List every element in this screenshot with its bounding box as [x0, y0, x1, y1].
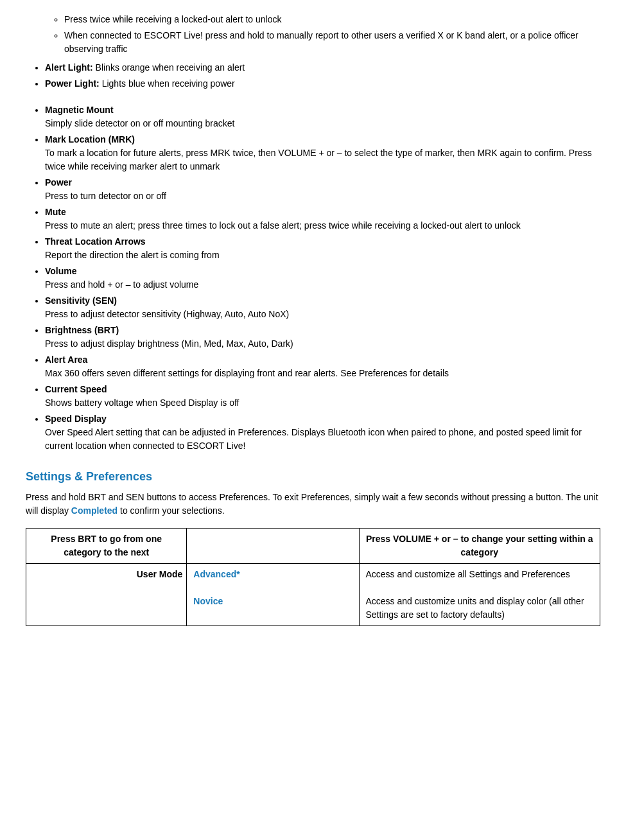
power-text: Press to turn detector on or off	[45, 191, 166, 201]
feature-current-speed: Current Speed Shows battery voltage when…	[45, 383, 600, 410]
power-light-item: Power Light: Lights blue when receiving …	[45, 77, 600, 91]
volume-label: Volume	[45, 266, 77, 276]
current-speed-text: Shows battery voltage when Speed Display…	[45, 398, 239, 408]
alert-light-text: Blinks orange when receiving an alert	[93, 62, 245, 73]
mark-location-text: To mark a location for future alerts, pr…	[45, 148, 592, 171]
feature-power: Power Press to turn detector on or off	[45, 176, 600, 203]
alert-area-label: Alert Area	[45, 354, 87, 365]
brightness-label: Brightness (BRT)	[45, 325, 119, 335]
settings-title: Settings & Preferences	[26, 468, 600, 486]
table-header-left: Press BRT to go from one category to the…	[26, 529, 187, 564]
power-label: Power	[45, 177, 72, 188]
alert-area-text: Max 360 offers seven different settings …	[45, 368, 449, 378]
brightness-text: Press to adjust display brightness (Min,…	[45, 338, 293, 349]
feature-bullet-list: Magnetic Mount Simply slide detector on …	[26, 103, 600, 453]
table-header-right: Press VOLUME + or – to change your setti…	[359, 529, 600, 564]
speed-display-text: Over Speed Alert setting that can be adj…	[45, 427, 582, 451]
user-mode-descriptions: Access and customize all Settings and Pr…	[359, 564, 600, 626]
sensitivity-label: Sensitivity (SEN)	[45, 295, 117, 306]
settings-preferences-section: Settings & Preferences Press and hold BR…	[26, 468, 600, 626]
feature-brightness: Brightness (BRT) Press to adjust display…	[45, 324, 600, 351]
top-bullet-list: Alert Light: Blinks orange when receivin…	[26, 61, 600, 91]
threat-arrows-label: Threat Location Arrows	[45, 236, 146, 247]
feature-magnetic-mount: Magnetic Mount Simply slide detector on …	[45, 103, 600, 130]
table-row-user-mode: User Mode Advanced* Novice Access and cu…	[26, 564, 600, 626]
sub-bullet-item-1: Press twice while receiving a locked-out…	[64, 13, 600, 26]
sensitivity-text: Press to adjust detector sensitivity (Hi…	[45, 309, 289, 319]
power-light-text: Lights blue when receiving power	[100, 78, 235, 89]
feature-sensitivity: Sensitivity (SEN) Press to adjust detect…	[45, 294, 600, 321]
feature-mute: Mute Press to mute an alert; press three…	[45, 206, 600, 232]
novice-description: Access and customize units and display c…	[366, 595, 594, 622]
magnetic-mount-text: Simply slide detector on or off mounting…	[45, 118, 234, 128]
table-header-mid	[187, 529, 359, 564]
user-mode-label: User Mode	[26, 564, 187, 626]
volume-text: Press and hold + or – to adjust volume	[45, 279, 198, 290]
feature-speed-display: Speed Display Over Speed Alert setting t…	[45, 412, 600, 453]
novice-option: Novice	[193, 595, 352, 608]
current-speed-label: Current Speed	[45, 384, 107, 394]
settings-table: Press BRT to go from one category to the…	[26, 528, 600, 626]
settings-intro: Press and hold BRT and SEN buttons to ac…	[26, 491, 600, 518]
magnetic-mount-label: Magnetic Mount	[45, 105, 114, 115]
advanced-option: Advanced*	[193, 568, 352, 581]
mute-label: Mute	[45, 207, 66, 217]
feature-alert-area: Alert Area Max 360 offers seven differen…	[45, 353, 600, 380]
speed-display-label: Speed Display	[45, 414, 107, 424]
feature-threat-arrows: Threat Location Arrows Report the direct…	[45, 235, 600, 262]
table-header-row: Press BRT to go from one category to the…	[26, 529, 600, 564]
alert-light-label: Alert Light:	[45, 62, 93, 73]
sub-bullet-list: Press twice while receiving a locked-out…	[26, 13, 600, 56]
sub-bullet-item-2: When connected to ESCORT Live! press and…	[64, 29, 600, 56]
feature-mark-location: Mark Location (MRK) To mark a location f…	[45, 133, 600, 173]
advanced-description: Access and customize all Settings and Pr…	[366, 568, 594, 581]
alert-light-item: Alert Light: Blinks orange when receivin…	[45, 61, 600, 74]
feature-volume: Volume Press and hold + or – to adjust v…	[45, 265, 600, 292]
completed-word: Completed	[71, 505, 117, 516]
threat-arrows-text: Report the direction the alert is coming…	[45, 250, 220, 260]
intro-part2: to confirm your selections.	[117, 505, 225, 516]
mark-location-label: Mark Location (MRK)	[45, 134, 135, 144]
mute-text: Press to mute an alert; press three time…	[45, 220, 521, 231]
power-light-label: Power Light:	[45, 78, 100, 89]
user-mode-options: Advanced* Novice	[187, 564, 359, 626]
